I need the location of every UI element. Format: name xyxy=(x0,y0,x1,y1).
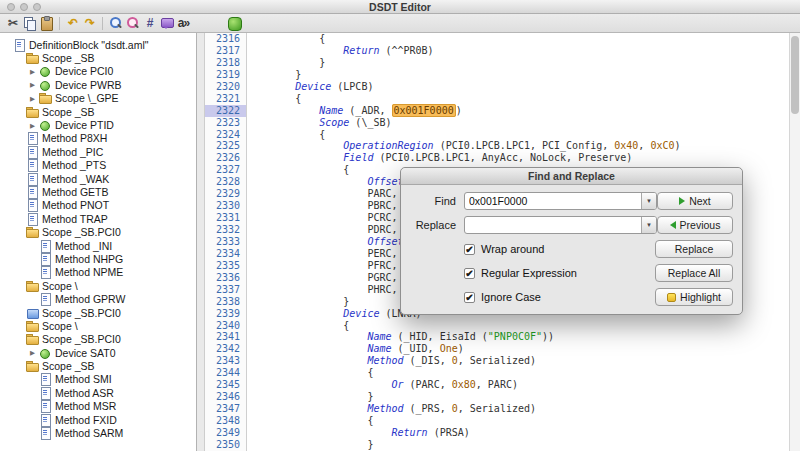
code-text: PFRC, xyxy=(247,260,402,272)
code-line[interactable]: 2316{ xyxy=(205,33,789,45)
tree-item[interactable]: ▶Scope \_GPE xyxy=(0,92,196,105)
code-line[interactable]: 2344{ xyxy=(205,367,789,379)
checkbox-box-icon[interactable]: ✔ xyxy=(464,268,475,279)
copy-icon[interactable] xyxy=(21,15,38,31)
ignore-case-checkbox[interactable]: ✔ Ignore Case xyxy=(464,291,541,303)
tree-item[interactable]: Method _INI xyxy=(0,239,196,252)
next-button[interactable]: Next xyxy=(657,192,733,210)
tree-item[interactable]: Method PNOT xyxy=(0,199,196,212)
tree-item[interactable]: Method GETB xyxy=(0,185,196,198)
tree-item[interactable]: Scope _SB.PCI0 xyxy=(0,333,196,346)
tree-item[interactable]: Method NPME xyxy=(0,266,196,279)
code-line[interactable]: 2323Scope (\_SB) xyxy=(205,117,789,129)
expander-icon[interactable]: ▶ xyxy=(30,346,39,359)
tree-item[interactable]: Scope _SB xyxy=(0,359,196,372)
find-replace-icon[interactable]: a» xyxy=(175,15,192,31)
replace-combobox[interactable]: ▼ xyxy=(464,216,657,234)
device-icon xyxy=(39,79,52,91)
tree-item[interactable]: Method MSR xyxy=(0,400,196,413)
regex-row: ✔ Regular Expression Replace All xyxy=(410,264,733,282)
code-line[interactable]: 2349Return (PRSA) xyxy=(205,427,789,439)
code-line[interactable]: 2341Name (_HID, EisaId ("PNP0C0F")) xyxy=(205,331,789,343)
code-line[interactable]: 2317Return (^^PR0B) xyxy=(205,45,789,57)
tree-item[interactable]: Method _PIC xyxy=(0,145,196,158)
zoom-out-icon[interactable] xyxy=(124,15,141,31)
regular-expression-checkbox[interactable]: ✔ Regular Expression xyxy=(464,267,577,279)
code-line[interactable]: 2321{ xyxy=(205,93,789,105)
tree-item[interactable]: ▶Device PTID xyxy=(0,118,196,131)
cut-icon[interactable]: ✂ xyxy=(4,15,21,31)
tree-item[interactable]: Scope \ xyxy=(0,279,196,292)
goto-line-icon[interactable]: # xyxy=(141,15,158,31)
tree-item[interactable]: Scope _SB.PCI0 xyxy=(0,306,196,319)
tree-item[interactable]: Method P8XH xyxy=(0,132,196,145)
code-line[interactable]: 2319} xyxy=(205,69,789,81)
comment-icon[interactable] xyxy=(158,15,175,31)
tree-item[interactable]: Scope _SB xyxy=(0,51,196,64)
tree-item[interactable]: Method NHPG xyxy=(0,252,196,265)
line-number: 2325 xyxy=(205,140,247,152)
editor-scrollbar[interactable] xyxy=(789,33,800,451)
expander-icon[interactable]: ▶ xyxy=(30,78,39,91)
find-dropdown-arrow-icon[interactable]: ▼ xyxy=(641,193,656,209)
tree-item[interactable]: DefinitionBlock "dsdt.aml" xyxy=(0,38,196,51)
tree-item-label: Device PTID xyxy=(55,119,114,131)
code-line[interactable]: 2346} xyxy=(205,391,789,403)
tree-item[interactable]: Method SARM xyxy=(0,426,196,439)
undo-icon[interactable]: ↶ xyxy=(64,15,81,31)
find-label: Find xyxy=(410,195,456,207)
line-number: 2318 xyxy=(205,57,247,69)
method-icon xyxy=(39,240,52,252)
find-combobox[interactable]: ▼ xyxy=(464,192,657,210)
tree-item[interactable]: Method SMI xyxy=(0,373,196,386)
code-line[interactable]: 2350} xyxy=(205,439,789,451)
replace-button[interactable]: Replace xyxy=(655,240,733,258)
code-line[interactable]: 2318} xyxy=(205,57,789,69)
code-line[interactable]: 2324{ xyxy=(205,129,789,141)
tree-item[interactable]: Method _PTS xyxy=(0,159,196,172)
checkbox-box-icon[interactable]: ✔ xyxy=(464,244,475,255)
zoom-in-icon[interactable] xyxy=(107,15,124,31)
paste-icon[interactable] xyxy=(38,15,55,31)
code-line[interactable]: 2320Device (LPCB) xyxy=(205,81,789,93)
code-line[interactable]: 2342Name (_UID, One) xyxy=(205,343,789,355)
code-line[interactable]: 2345Or (PARC, 0x80, PARC) xyxy=(205,379,789,391)
highlight-button[interactable]: Highlight xyxy=(655,288,733,306)
code-line[interactable]: 2325OperationRegion (PCI0.LPCB.LPC1, PCI… xyxy=(205,140,789,152)
redo-icon[interactable]: ↷ xyxy=(81,15,98,31)
expander-icon[interactable]: ▶ xyxy=(30,119,39,132)
tree-item[interactable]: Scope \ xyxy=(0,319,196,332)
wrap-around-row: ✔ Wrap around Replace xyxy=(410,240,733,258)
tree-item[interactable]: ▶Device PCI0 xyxy=(0,65,196,78)
expander-icon[interactable]: ▶ xyxy=(30,92,39,105)
tree-item[interactable]: Method GPRW xyxy=(0,292,196,305)
code-line[interactable]: 2347Method (_PRS, 0, Serialized) xyxy=(205,403,789,415)
code-line[interactable]: 2326Field (PCI0.LPCB.LPC1, AnyAcc, NoLoc… xyxy=(205,152,789,164)
find-input[interactable] xyxy=(465,193,641,209)
previous-button[interactable]: Previous xyxy=(657,216,733,234)
tree-item[interactable]: Scope _SB xyxy=(0,105,196,118)
replace-all-button[interactable]: Replace All xyxy=(655,264,733,282)
checkbox-box-icon[interactable]: ✔ xyxy=(464,292,475,303)
tree-item[interactable]: Scope _SB.PCI0 xyxy=(0,225,196,238)
tree-item[interactable]: Method ASR xyxy=(0,386,196,399)
editor-scrollbar-thumb[interactable] xyxy=(791,36,799,114)
tree-item[interactable]: ▶Device SAT0 xyxy=(0,346,196,359)
code-line[interactable]: 2340{ xyxy=(205,320,789,332)
code-line[interactable]: 2343Method (_DIS, 0, Serialized) xyxy=(205,355,789,367)
tree-item[interactable]: Method FXID xyxy=(0,413,196,426)
tree-item[interactable]: ▶Device PWRB xyxy=(0,78,196,91)
expander-icon[interactable]: ▶ xyxy=(30,65,39,78)
tree-item[interactable]: Method _WAK xyxy=(0,172,196,185)
code-line[interactable]: 2348{ xyxy=(205,415,789,427)
dialog-title-bar[interactable]: Find and Replace xyxy=(401,168,742,185)
sidebar-splitter[interactable] xyxy=(197,33,205,451)
folder-icon xyxy=(26,333,39,345)
wrap-around-checkbox[interactable]: ✔ Wrap around xyxy=(464,243,544,255)
replace-input[interactable] xyxy=(465,217,641,233)
code-line[interactable]: 2322Name (_ADR, 0x001F0000) xyxy=(205,105,789,117)
replace-dropdown-arrow-icon[interactable]: ▼ xyxy=(641,217,656,233)
tree-item[interactable]: Method TRAP xyxy=(0,212,196,225)
compile-icon[interactable] xyxy=(226,15,243,31)
folder-icon xyxy=(26,52,39,64)
